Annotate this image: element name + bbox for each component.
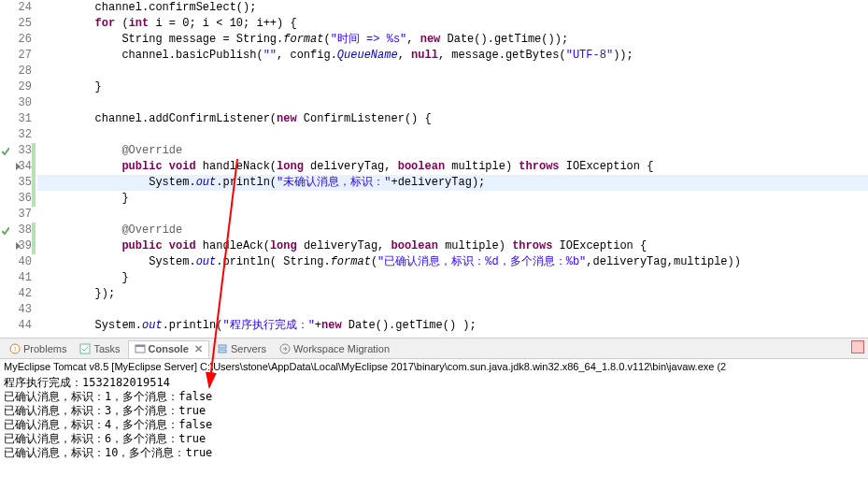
tasks-icon xyxy=(79,343,91,354)
svg-rect-5 xyxy=(219,345,226,348)
code-line[interactable]: for (int i = 0; i < 10; i++) { xyxy=(37,16,868,32)
code-line[interactable]: channel.basicPublish("", config.QueueNam… xyxy=(37,48,868,64)
code-area[interactable]: channel.confirmSelect(); for (int i = 0;… xyxy=(37,0,868,334)
code-line[interactable]: @Override xyxy=(37,143,868,159)
code-line[interactable]: } xyxy=(37,270,868,286)
svg-rect-4 xyxy=(135,345,145,347)
line-number: 33 xyxy=(0,143,32,159)
line-number: 34 xyxy=(0,159,32,175)
line-number: 38 xyxy=(0,223,32,238)
code-editor[interactable]: 2425262728293031323334353637383940414243… xyxy=(0,0,868,334)
line-number: 29 xyxy=(0,79,32,95)
bottom-tabs: ! Problems Tasks Console ✕ Servers Works… xyxy=(0,339,868,359)
tab-label: Servers xyxy=(231,343,266,354)
terminate-button[interactable] xyxy=(851,340,864,353)
code-line[interactable]: channel.addConfirmListener(new ConfirmLi… xyxy=(37,111,868,127)
code-line[interactable]: channel.confirmSelect(); xyxy=(37,0,868,16)
tab-label: Console xyxy=(149,343,189,354)
code-line[interactable]: System.out.println( String.format("已确认消息… xyxy=(37,254,868,270)
line-number: 27 xyxy=(0,48,32,64)
svg-text:!: ! xyxy=(14,345,16,353)
line-number: 40 xyxy=(0,254,32,270)
svg-rect-2 xyxy=(80,344,90,353)
code-line[interactable] xyxy=(37,64,868,79)
tab-problems[interactable]: ! Problems xyxy=(4,341,72,356)
line-number: 26 xyxy=(0,32,32,48)
line-number: 28 xyxy=(0,64,32,79)
code-line[interactable]: public void handleAck(long deliveryTag, … xyxy=(37,238,868,254)
code-line[interactable]: @Override xyxy=(37,223,868,238)
line-number: 44 xyxy=(0,318,32,334)
line-number: 30 xyxy=(0,95,32,111)
line-number: 32 xyxy=(0,127,32,143)
line-number: 31 xyxy=(0,111,32,127)
code-line[interactable] xyxy=(37,127,868,143)
tab-label: Workspace Migration xyxy=(293,343,390,354)
tab-workspace-migration[interactable]: Workspace Migration xyxy=(274,341,395,356)
line-number: 36 xyxy=(0,191,32,207)
line-number: 25 xyxy=(0,16,32,32)
tab-servers[interactable]: Servers xyxy=(211,341,272,356)
console-toolbar xyxy=(851,340,864,353)
code-line[interactable] xyxy=(37,302,868,318)
tab-label: Problems xyxy=(23,343,66,354)
code-line[interactable]: } xyxy=(37,191,868,207)
tab-console[interactable]: Console ✕ xyxy=(128,340,209,358)
code-line[interactable]: System.out.println("未确认消息，标识："+deliveryT… xyxy=(37,175,868,191)
code-line[interactable] xyxy=(37,95,868,111)
console-icon xyxy=(135,343,146,354)
problems-icon: ! xyxy=(9,343,21,354)
line-number: 42 xyxy=(0,286,32,302)
tab-label: Tasks xyxy=(93,343,120,354)
migration-icon xyxy=(279,343,291,354)
line-number: 24 xyxy=(0,0,32,16)
line-number: 43 xyxy=(0,302,32,318)
console-description: MyEclipse Tomcat v8.5 [MyEclipse Server]… xyxy=(0,359,868,374)
line-number: 41 xyxy=(0,270,32,286)
code-line[interactable] xyxy=(37,207,868,223)
code-line[interactable]: public void handleNack(long deliveryTag,… xyxy=(37,159,868,175)
line-number-gutter: 2425262728293031323334353637383940414243… xyxy=(0,0,37,334)
line-number: 39 xyxy=(0,238,32,254)
line-number: 35 xyxy=(0,175,32,191)
tab-tasks[interactable]: Tasks xyxy=(74,341,125,356)
close-icon[interactable]: ✕ xyxy=(194,343,203,355)
servers-icon xyxy=(217,343,228,354)
code-line[interactable]: } xyxy=(37,79,868,95)
code-line[interactable]: System.out.println("程序执行完成："+new Date().… xyxy=(37,318,868,334)
line-number: 37 xyxy=(0,207,32,223)
svg-rect-6 xyxy=(219,350,226,353)
console-output[interactable]: 程序执行完成：1532182019514 已确认消息，标识：1，多个消息：fal… xyxy=(0,374,868,462)
code-line[interactable]: String message = String.format("时间 => %s… xyxy=(37,32,868,48)
code-line[interactable]: }); xyxy=(37,286,868,302)
